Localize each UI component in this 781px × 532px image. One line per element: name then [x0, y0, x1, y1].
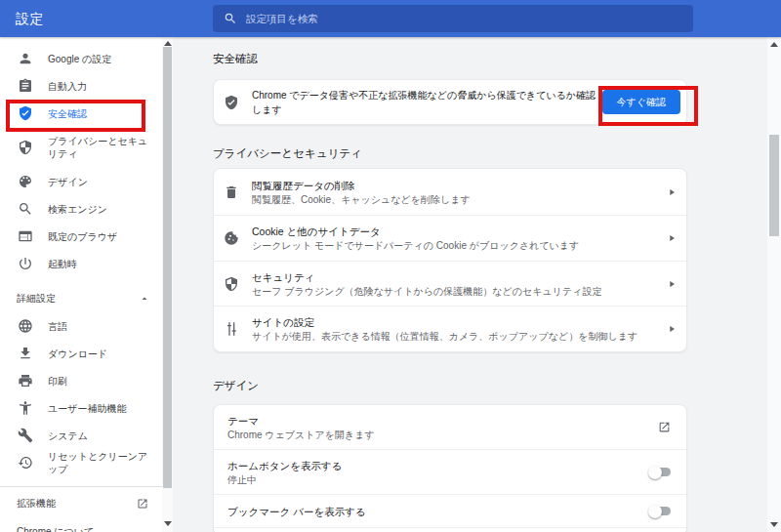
security-shield-icon [224, 276, 239, 292]
page-scrollbar-thumb[interactable] [769, 135, 779, 236]
chevron-up-icon [139, 293, 150, 305]
sidebar-item-privacy[interactable]: プライバシーとセキュリティ [0, 127, 162, 168]
toggle-knob [648, 466, 662, 479]
privacy-card: 閲覧履歴データの削除 閲覧履歴、Cookie、キャッシュなどを削除します Coo… [213, 168, 687, 352]
row-title: ホームボタンを表示する [227, 459, 342, 472]
page-title: 設定 [16, 11, 44, 28]
chevron-right-icon [667, 233, 677, 243]
scroll-down-arrow-icon[interactable] [164, 521, 172, 526]
sidebar-item-system[interactable]: システム [0, 422, 162, 449]
browser-icon [18, 228, 33, 244]
sidebar-item-search-engine[interactable]: 検索エンジン [0, 195, 162, 223]
row-show-home-button[interactable]: ホームボタンを表示する 停止中 [214, 449, 686, 494]
toggle-off[interactable] [648, 505, 671, 518]
sidebar-item-label: ダウンロード [48, 348, 107, 360]
sidebar-item-label: 自動入力 [48, 80, 87, 93]
chevron-right-icon [667, 187, 677, 197]
settings-search-box[interactable] [213, 5, 693, 32]
sidebar-item-printing[interactable]: 印刷 [0, 367, 162, 394]
row-show-bookmarks-bar[interactable]: ブックマーク バーを表示する [214, 494, 686, 527]
sidebar-item-downloads[interactable]: ダウンロード [0, 340, 162, 367]
sidebar-item-reset[interactable]: リセットとクリーンアップ [0, 449, 162, 476]
privacy-shield-icon [18, 140, 33, 155]
row-title: サイトの設定 [252, 315, 637, 329]
page-scrollbar[interactable] [767, 37, 781, 532]
sidebar-item-label: 言語 [48, 320, 67, 333]
row-subtitle: サイトが使用、表示できる情報（位置情報、カメラ、ポップアップなど）を制御します [252, 330, 637, 343]
chrome-settings-window: 設定 Google の設定 自動入力 安全確認 プライバシーとセキュリティ デザ [0, 0, 781, 532]
search-icon [224, 12, 237, 25]
toggle-knob [648, 505, 662, 518]
row-title: ブックマーク バーを表示する [227, 505, 366, 518]
sidebar-item-safety-check[interactable]: 安全確認 [0, 100, 162, 127]
row-clear-browsing-data[interactable]: 閲覧履歴データの削除 閲覧履歴、Cookie、キャッシュなどを削除します [214, 169, 686, 215]
sidebar-item-label: リセットとクリーンアップ [48, 450, 157, 475]
sidebar-item-label: 起動時 [48, 258, 77, 270]
sidebar-item-label: 検索エンジン [48, 203, 107, 216]
row-subtitle: Chrome ウェブストアを開きます [227, 429, 375, 441]
sidebar-item-about-chrome[interactable]: Chrome について [0, 518, 162, 532]
search-icon [18, 201, 33, 217]
settings-header: 設定 [0, 0, 781, 37]
sidebar-item-label: 既定のブラウザ [48, 230, 117, 243]
power-icon [18, 256, 33, 271]
row-title: Cookie と他のサイトデータ [252, 225, 579, 238]
row-subtitle: 閲覧履歴、Cookie、キャッシュなどを削除します [252, 193, 471, 206]
row-subtitle: 停止中 [227, 473, 342, 486]
tune-icon [224, 321, 239, 337]
sidebar-item-autofill[interactable]: 自動入力 [0, 72, 162, 100]
sidebar-advanced-toggle[interactable]: 詳細設定 [0, 285, 162, 312]
sidebar-item-label: デザイン [48, 176, 88, 188]
trash-icon [224, 184, 239, 200]
sidebar-item-label: プライバシーとセキュリティ [48, 135, 157, 160]
sidebar-item-accessibility[interactable]: ユーザー補助機能 [0, 394, 162, 422]
row-site-settings[interactable]: サイトの設定 サイトが使用、表示できる情報（位置情報、カメラ、ポップアップなど）… [214, 306, 686, 351]
scroll-down-arrow-icon[interactable] [770, 522, 778, 527]
sidebar-item-label: システム [48, 430, 88, 442]
shield-check-icon [224, 95, 239, 110]
sidebar-item-label: 拡張機能 [17, 497, 56, 511]
scroll-up-arrow-icon[interactable] [164, 41, 172, 46]
safety-check-description: Chrome でデータ侵害や不正な拡張機能などの脅威から保護できているか確認しま… [252, 88, 599, 117]
launch-icon [137, 498, 148, 510]
row-subtitle: シークレット モードでサードパーティの Cookie がブロックされています [252, 239, 579, 252]
row-title: テーマ [227, 414, 375, 428]
sidebar-item-on-startup[interactable]: 起動時 [0, 250, 162, 277]
sidebar-item-label: ユーザー補助機能 [48, 402, 126, 415]
row-subtitle: セーフ ブラウジング（危険なサイトからの保護機能）などのセキュリティ設定 [252, 285, 601, 298]
sidebar-item-appearance[interactable]: デザイン [0, 168, 162, 195]
advanced-label: 詳細設定 [17, 292, 56, 306]
safety-check-card: Chrome でデータ侵害や不正な拡張機能などの脅威から保護できているか確認しま… [213, 79, 687, 125]
accessibility-icon [18, 400, 33, 416]
section-title-privacy: プライバシーとセキュリティ [213, 146, 767, 161]
chevron-right-icon [667, 324, 677, 334]
row-title: セキュリティ [252, 270, 601, 284]
row-cookies[interactable]: Cookie と他のサイトデータ シークレット モードでサードパーティの Coo… [214, 215, 686, 261]
restore-icon [18, 455, 33, 471]
row-security[interactable]: セキュリティ セーフ ブラウジング（危険なサイトからの保護機能）などのセキュリテ… [214, 261, 686, 306]
toggle-off[interactable] [648, 466, 671, 479]
sidebar-item-languages[interactable]: 言語 [0, 312, 162, 340]
section-title-safety-check: 安全確認 [213, 52, 767, 66]
chevron-right-icon [667, 279, 677, 289]
row-clipped [214, 527, 686, 532]
appearance-card: テーマ Chrome ウェブストアを開きます ホームボタンを表示する 停止中 ブ… [213, 404, 687, 532]
search-input[interactable] [246, 13, 693, 24]
scroll-up-arrow-icon[interactable] [770, 42, 778, 47]
section-title-appearance: デザイン [213, 379, 767, 393]
autofill-icon [18, 78, 33, 94]
person-icon [18, 51, 33, 66]
sidebar-item-google-settings[interactable]: Google の設定 [0, 45, 162, 72]
sidebar-scrollbar[interactable] [162, 37, 173, 532]
row-theme[interactable]: テーマ Chrome ウェブストアを開きます [214, 405, 686, 449]
sidebar-item-label: Google の設定 [48, 53, 111, 65]
check-now-button[interactable]: 今すぐ確認 [602, 90, 680, 114]
sidebar-scrollbar-thumb[interactable] [163, 47, 172, 488]
sidebar-item-extensions[interactable]: 拡張機能 [0, 487, 162, 516]
launch-icon[interactable] [658, 421, 671, 433]
settings-content: 安全確認 Chrome でデータ侵害や不正な拡張機能などの脅威から保護できている… [173, 37, 767, 532]
sidebar-item-label: 印刷 [48, 375, 67, 388]
sidebar-item-default-browser[interactable]: 既定のブラウザ [0, 223, 162, 250]
sidebar-item-label: Chrome について [17, 525, 94, 532]
cookie-icon [224, 230, 239, 246]
